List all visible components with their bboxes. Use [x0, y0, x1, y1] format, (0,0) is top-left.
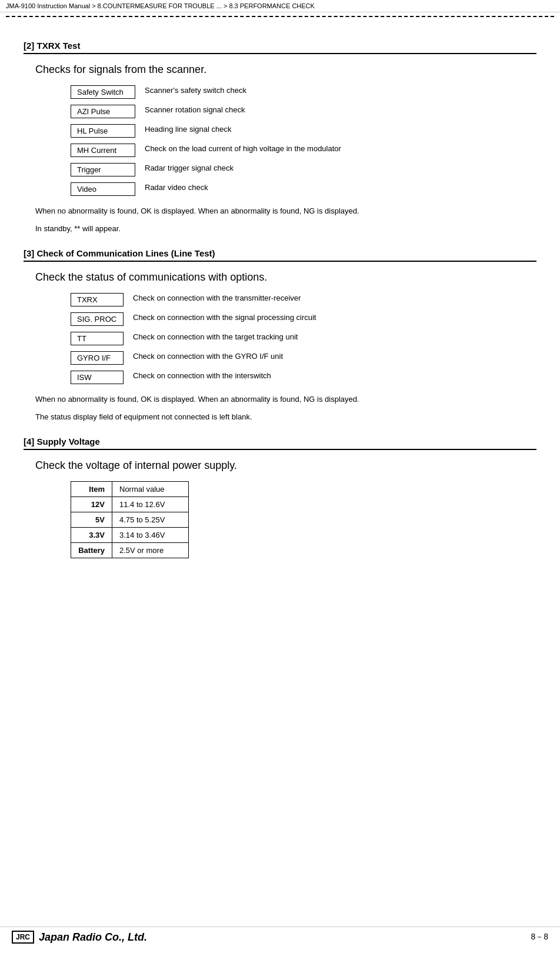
- item-gyro: GYRO I/F Check on connection with the GY…: [71, 351, 536, 365]
- footer-logo-area: JRC Japan Radio Co., Ltd.: [12, 931, 147, 944]
- item-desc-hl-pulse: Heading line signal check: [145, 124, 231, 135]
- item-azi-pulse: AZI Pulse Scanner rotation signal check: [71, 105, 536, 118]
- breadcrumb: JMA-9100 Instruction Manual > 8.COUNTERM…: [0, 0, 560, 12]
- item-desc-tt: Check on connection with the target trac…: [133, 332, 298, 342]
- item-desc-safety-switch: Scanner's safety switch check: [145, 85, 246, 96]
- section-4-title: [4] Supply Voltage: [24, 436, 100, 446]
- item-label-tt: TT: [71, 332, 124, 345]
- table-header-item: Item: [71, 482, 112, 497]
- jrc-logo-box: JRC: [12, 931, 34, 944]
- section-3-title: [3] Check of Communication Lines (Line T…: [24, 248, 215, 258]
- table-header-row: Item Normal value: [71, 482, 189, 497]
- table-row: 3.3V 3.14 to 3.46V: [71, 528, 189, 543]
- table-item-12v: 12V: [71, 497, 112, 512]
- table-item-battery: Battery: [71, 543, 112, 558]
- section-3-intro: Check the status of communications with …: [35, 271, 536, 284]
- section-3-note-2: The status display field of equipment no…: [35, 411, 536, 423]
- footer-brand-name: Japan Radio Co., Ltd.: [39, 931, 147, 944]
- item-label-isw: ISW: [71, 371, 124, 384]
- item-safety-switch: Safety Switch Scanner's safety switch ch…: [71, 85, 536, 99]
- table-row: Battery 2.5V or more: [71, 543, 189, 558]
- page-number: 8－8: [531, 932, 548, 942]
- item-desc-azi-pulse: Scanner rotation signal check: [145, 105, 245, 115]
- item-tt: TT Check on connection with the target t…: [71, 332, 536, 345]
- table-item-5v: 5V: [71, 512, 112, 528]
- item-label-azi-pulse: AZI Pulse: [71, 105, 135, 118]
- item-hl-pulse: HL Pulse Heading line signal check: [71, 124, 536, 138]
- section-2-title: [2] TXRX Test: [24, 41, 80, 51]
- item-sig-proc: SIG. PROC Check on connection with the s…: [71, 312, 536, 326]
- section-3-note-1: When no abnormality is found, OK is disp…: [35, 394, 536, 405]
- section-4: [4] Supply Voltage Check the voltage of …: [24, 436, 536, 558]
- item-label-mh-current: MH Current: [71, 144, 135, 157]
- item-mh-current: MH Current Check on the load current of …: [71, 144, 536, 157]
- item-trigger: Trigger Radar trigger signal check: [71, 163, 536, 176]
- table-value-5v: 4.75 to 5.25V: [112, 512, 189, 528]
- section-3-header: [3] Check of Communication Lines (Line T…: [24, 248, 536, 262]
- item-label-trigger: Trigger: [71, 163, 135, 176]
- item-desc-trigger: Radar trigger signal check: [145, 163, 234, 174]
- table-value-12v: 11.4 to 12.6V: [112, 497, 189, 512]
- table-row: 12V 11.4 to 12.6V: [71, 497, 189, 512]
- breadcrumb-text: JMA-9100 Instruction Manual > 8.COUNTERM…: [6, 2, 315, 9]
- voltage-table: Item Normal value 12V 11.4 to 12.6V 5V 4…: [71, 481, 189, 558]
- section-4-intro: Check the voltage of internal power supp…: [35, 459, 536, 472]
- table-row: 5V 4.75 to 5.25V: [71, 512, 189, 528]
- section-2-intro: Checks for signals from the scanner.: [35, 64, 536, 76]
- item-label-gyro: GYRO I/F: [71, 351, 124, 365]
- page-content: [2] TXRX Test Checks for signals from th…: [0, 21, 560, 570]
- item-label-video: Video: [71, 182, 135, 196]
- section-4-header: [4] Supply Voltage: [24, 436, 536, 450]
- table-value-battery: 2.5V or more: [112, 543, 189, 558]
- item-desc-mh-current: Check on the load current of high voltag…: [145, 144, 341, 154]
- item-desc-txrx: Check on connection with the transmitter…: [133, 293, 301, 304]
- item-desc-sig-proc: Check on connection with the signal proc…: [133, 312, 316, 323]
- item-isw: ISW Check on connection with the intersw…: [71, 371, 536, 384]
- item-label-hl-pulse: HL Pulse: [71, 124, 135, 138]
- item-desc-isw: Check on connection with the interswitch: [133, 371, 271, 381]
- page-footer: JRC Japan Radio Co., Ltd. 8－8: [0, 927, 560, 947]
- item-txrx: TXRX Check on connection with the transm…: [71, 293, 536, 306]
- item-label-safety-switch: Safety Switch: [71, 85, 135, 99]
- item-desc-gyro: Check on connection with the GYRO I/F un…: [133, 351, 283, 362]
- table-header-value: Normal value: [112, 482, 189, 497]
- item-label-txrx: TXRX: [71, 293, 124, 306]
- table-item-3v3: 3.3V: [71, 528, 112, 543]
- section-2-note-2: In standby, ** will appear.: [35, 223, 536, 235]
- section-2-header: [2] TXRX Test: [24, 41, 536, 54]
- dashed-separator: [6, 16, 554, 17]
- item-video: Video Radar video check: [71, 182, 536, 196]
- section-2-note-1: When no abnormality is found, OK is disp…: [35, 205, 536, 217]
- section-2: [2] TXRX Test Checks for signals from th…: [24, 41, 536, 234]
- table-value-3v3: 3.14 to 3.46V: [112, 528, 189, 543]
- item-label-sig-proc: SIG. PROC: [71, 312, 124, 326]
- item-desc-video: Radar video check: [145, 182, 208, 193]
- section-3: [3] Check of Communication Lines (Line T…: [24, 248, 536, 422]
